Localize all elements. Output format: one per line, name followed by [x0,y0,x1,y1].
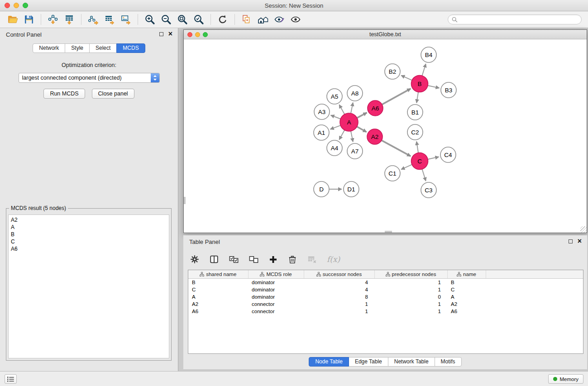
control-tab-style[interactable]: Style [65,43,90,53]
cell-successor-nodes[interactable]: 8 [304,293,374,300]
cell-mcds-role[interactable]: dominator [248,278,304,286]
export-network-button[interactable] [85,13,101,26]
node-D[interactable]: D [314,181,329,197]
edge-A-A3[interactable] [331,115,341,119]
edge-C-C1[interactable] [401,165,412,170]
column-header-name[interactable]: name [447,270,486,278]
table-row[interactable]: A2connector11A2 [188,300,583,308]
table-row[interactable]: Cdominator41C [188,286,583,293]
node-A5[interactable]: A5 [327,89,342,104]
node-C[interactable]: C [411,153,428,170]
close-panel-button[interactable]: Close panel [92,89,134,99]
table-row[interactable]: A6connector11A6 [188,308,583,315]
control-tab-network[interactable]: Network [33,43,65,53]
cell-successor-nodes[interactable]: 4 [304,278,374,286]
node-A4[interactable]: A4 [327,140,342,156]
edge-A-A1[interactable] [330,125,341,129]
cell-mcds-role[interactable]: dominator [248,293,304,300]
close-window-button[interactable] [5,3,10,8]
edge-B-B3[interactable] [428,86,439,88]
cell-mcds-role[interactable]: dominator [248,286,304,293]
float-table-panel-icon[interactable] [569,239,573,243]
first-neighbors-button[interactable] [255,13,271,26]
table-tab-network-table[interactable]: Network Table [388,357,435,367]
export-image-button[interactable] [118,13,134,26]
column-header-mcds-role[interactable]: MCDS role [248,270,304,278]
cell-predecessor-nodes[interactable]: 0 [374,293,447,300]
apply-layout-button[interactable] [215,13,231,26]
cell-successor-nodes[interactable]: 4 [304,286,374,293]
edge-C-C4[interactable] [428,157,439,159]
edge-A-A8[interactable] [351,103,353,114]
zoom-out-button[interactable] [158,13,174,26]
edge-A2-C[interactable] [382,140,411,156]
node-A3[interactable]: A3 [314,104,330,119]
add-column-button[interactable] [268,255,278,264]
control-tab-select[interactable]: Select [89,43,117,53]
float-panel-icon[interactable] [159,32,163,36]
close-table-panel-icon[interactable]: × [578,238,582,244]
node-C1[interactable]: C1 [385,166,400,181]
cell-name[interactable]: C [447,286,486,293]
close-network-window-button[interactable] [187,32,192,37]
edge-C-C3[interactable] [422,169,426,181]
edge-A-A4[interactable] [339,130,344,139]
cell-shared-name[interactable]: A6 [188,308,248,315]
zoom-selected-button[interactable] [191,13,207,26]
open-session-button[interactable] [5,13,21,26]
minimize-window-button[interactable] [14,3,19,8]
mcds-result-item[interactable]: A2 [9,215,169,224]
cell-name[interactable]: A6 [447,308,486,315]
cell-predecessor-nodes[interactable]: 1 [374,300,447,308]
search-input[interactable] [460,16,578,23]
cell-shared-name[interactable]: A2 [188,300,248,308]
node-C3[interactable]: C3 [421,182,436,198]
node-B4[interactable]: B4 [421,47,436,62]
edge-B-B2[interactable] [401,76,412,81]
edge-B-B1[interactable] [416,92,418,103]
node-A6[interactable]: A6 [368,100,383,116]
column-header-predecessor-nodes[interactable]: predecessor nodes [374,270,447,278]
new-network-from-selection-button[interactable] [239,13,255,26]
minimize-network-window-button[interactable] [195,32,200,37]
delete-columns-button[interactable] [287,254,297,264]
delete-table-button[interactable] [307,254,317,265]
panel-toggle-button[interactable] [5,374,17,384]
edge-A-A5[interactable] [339,105,344,114]
cell-mcds-role[interactable]: connector [248,300,304,308]
network-graph[interactable]: B4B2BB3A5A8A6A3AB1A1A2C2A4A7C4CC1C3DD1 [184,39,587,232]
column-header-successor-nodes[interactable]: successor nodes [304,270,374,278]
import-network-button[interactable] [45,13,61,26]
node-B2[interactable]: B2 [385,64,400,79]
cell-predecessor-nodes[interactable]: 1 [374,278,447,286]
mcds-result-item[interactable]: C [9,238,169,245]
search-box[interactable] [448,14,582,24]
zoom-fit-button[interactable] [174,13,191,26]
edge-C-C2[interactable] [416,142,418,153]
zoom-window-button[interactable] [23,3,28,8]
node-B3[interactable]: B3 [441,82,456,98]
cell-predecessor-nodes[interactable]: 1 [374,286,447,293]
mcds-result-item[interactable]: A6 [9,245,169,253]
node-A7[interactable]: A7 [347,143,363,159]
node-D1[interactable]: D1 [344,181,359,197]
mcds-result-item[interactable]: B [9,231,169,238]
edge-A-A6[interactable] [357,113,367,118]
resize-corner[interactable] [580,226,587,233]
mcds-result-item[interactable]: A [9,224,169,231]
table-tab-edge-table[interactable]: Edge Table [349,357,388,367]
node-A1[interactable]: A1 [314,125,329,140]
save-session-button[interactable] [21,13,37,26]
cell-shared-name[interactable]: B [188,278,248,286]
memory-button[interactable]: Memory [548,374,583,384]
export-table-button[interactable] [101,13,118,26]
deselect-all-button[interactable] [249,254,259,265]
import-table-button[interactable] [61,13,77,26]
split-panel-button[interactable] [209,254,219,264]
edge-A-A7[interactable] [351,131,353,142]
select-all-button[interactable] [229,254,239,265]
cell-shared-name[interactable]: C [188,286,248,293]
cell-name[interactable]: A2 [447,300,486,308]
close-panel-icon[interactable]: × [168,31,172,37]
table-row[interactable]: Adominator80A [188,293,583,300]
